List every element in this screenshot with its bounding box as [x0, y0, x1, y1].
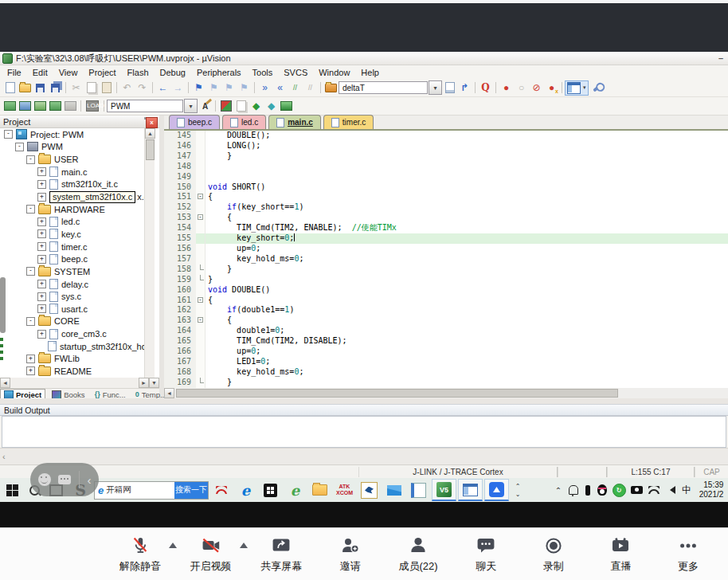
fold-collapse-icon[interactable]	[196, 213, 205, 223]
multi-project-button[interactable]	[233, 100, 249, 113]
manage-project-items-button[interactable]	[218, 100, 233, 113]
tree-expander-icon[interactable]: -	[26, 205, 35, 214]
cut-button[interactable]: ✂	[68, 81, 84, 95]
code-line-153[interactable]: 153 {	[164, 213, 728, 223]
bookmark-next-button[interactable]: ⚑	[221, 81, 237, 95]
tree-expander-icon[interactable]: +	[37, 229, 46, 238]
tree-item-project-pwm[interactable]: -Project: PWM	[0, 128, 149, 141]
project-panel-close-button[interactable]: x	[146, 117, 158, 128]
meeting-floating-toolbar[interactable]: ‹	[30, 463, 99, 496]
editor-horizontal-scrollbar[interactable]: ◄	[164, 388, 728, 398]
code-line-162[interactable]: 162 if(double1==1)	[164, 305, 728, 315]
code-line-156[interactable]: 156 up=0;	[164, 244, 728, 254]
scroll-left-button[interactable]: ◄	[0, 378, 10, 388]
new-file-button[interactable]	[2, 81, 18, 95]
find-magnifier-button[interactable]: Q	[478, 81, 493, 95]
build-button[interactable]	[18, 100, 33, 113]
taskbar-notepad[interactable]	[406, 478, 431, 502]
scroll-up-button[interactable]: ▲	[145, 128, 155, 139]
outdent-button[interactable]: «	[272, 81, 288, 95]
kill-all-breakpoints-button[interactable]: ●x	[544, 81, 559, 95]
tree-expander-icon[interactable]: +	[37, 242, 46, 251]
taskbar-edge[interactable]: e	[233, 478, 258, 502]
tray-expand-button[interactable]: ⌃	[551, 478, 566, 502]
tree-expander-icon[interactable]: +	[37, 304, 46, 313]
code-line-154[interactable]: 154 TIM_Cmd(TIM2, ENABLE); //使能TIMx	[164, 223, 728, 233]
code-line-168[interactable]: 168 key_hold_ms=0;	[164, 367, 728, 378]
tree-expander-icon[interactable]: +	[26, 366, 35, 375]
build-output-content[interactable]	[2, 416, 726, 448]
taskbar-atk-xcom[interactable]: ATKXCOM	[332, 478, 357, 502]
taskbar-file-explorer[interactable]	[307, 478, 332, 502]
taskbar-search-box[interactable]: e 开箱网 搜索一下	[94, 481, 209, 500]
tree-expander-icon[interactable]: +	[26, 355, 35, 363]
code-editor[interactable]: 145 DOUBLE();146 LONG();147 }148149150vo…	[164, 131, 728, 388]
tree-expander-icon[interactable]: -	[26, 317, 35, 326]
code-line-161[interactable]: 161{	[164, 296, 728, 306]
tree-expander-icon[interactable]: +	[37, 167, 46, 176]
tree-item-pwm[interactable]: -PWM	[0, 141, 149, 154]
left-edge-scrollbar[interactable]	[0, 277, 6, 333]
menu-edit[interactable]: Edit	[27, 67, 53, 78]
tree-expander-icon[interactable]: +	[37, 193, 46, 202]
start-button[interactable]	[0, 478, 24, 502]
copy-button[interactable]	[84, 81, 99, 95]
tree-item-hardware[interactable]: -HARDWARE	[0, 203, 149, 216]
caret-up-icon[interactable]	[240, 543, 248, 548]
uvision-title-bar[interactable]: F:\实验室\32\3.08\呼吸灯\USER\PWM.uvprojx - µV…	[0, 52, 728, 65]
code-line-166[interactable]: 166 up=0;	[164, 347, 728, 357]
rebuild-button[interactable]	[33, 100, 48, 113]
target-combobox[interactable]: PWM	[107, 100, 183, 112]
code-line-165[interactable]: 165 TIM_Cmd(TIM2, DISABLE);	[164, 336, 728, 347]
tree-item-system[interactable]: -SYSTEM	[0, 265, 149, 278]
run-to-cursor-button[interactable]: ↱	[457, 81, 472, 95]
tree-item-startup-stm32f10x-hd[interactable]: startup_stm32f10x_hd.	[0, 340, 149, 353]
menu-help[interactable]: Help	[355, 67, 385, 78]
code-line-152[interactable]: 152 if(key_short==1)	[164, 202, 728, 213]
options-for-target-button[interactable]: A	[198, 100, 213, 113]
tree-item-key-c[interactable]: +key.c	[0, 228, 149, 241]
scroll-down-button[interactable]: ▼	[149, 378, 159, 388]
tree-item-main-c[interactable]: +main.c	[0, 166, 149, 178]
tree-item-core[interactable]: -CORE	[0, 315, 149, 328]
taskbar-rss-app[interactable]	[209, 478, 233, 502]
tree-expander-icon[interactable]: +	[37, 330, 46, 339]
code-line-149[interactable]: 149	[164, 172, 728, 182]
navigate-back-button[interactable]: ←	[155, 81, 170, 95]
meeting-share-screen-button[interactable]: 共享屏幕	[260, 535, 302, 574]
indent-button[interactable]: »	[257, 81, 272, 95]
tree-item-user[interactable]: -USER	[0, 153, 149, 166]
code-line-146[interactable]: 146 LONG();	[164, 141, 728, 151]
code-line-163[interactable]: 163 {	[164, 315, 728, 326]
menu-flash[interactable]: Flash	[122, 67, 155, 78]
code-line-158[interactable]: 158 }	[164, 265, 728, 275]
comment-button[interactable]: //	[288, 81, 303, 95]
taskbar-app-window-running[interactable]	[458, 479, 483, 501]
tray-network[interactable]	[645, 478, 663, 502]
bookmark-clear-button[interactable]: ⚑	[237, 81, 252, 95]
tray-camera[interactable]	[628, 478, 645, 502]
code-line-150[interactable]: 150void SHORT()	[164, 182, 728, 193]
disable-all-breakpoints-button[interactable]: ⊘	[529, 81, 544, 95]
code-line-164[interactable]: 164 double1=0;	[164, 326, 728, 336]
enable-breakpoint-button[interactable]: ○	[514, 81, 529, 95]
code-line-167[interactable]: 167 LED1=0;	[164, 357, 728, 367]
tray-input-language[interactable]: 中	[679, 478, 695, 502]
chat-bubble-icon[interactable]	[58, 475, 71, 484]
bookmark-prev-button[interactable]: ⚑	[206, 81, 221, 95]
tree-item-readme[interactable]: +README	[0, 365, 149, 378]
redo-button[interactable]: ↷	[135, 81, 150, 95]
configure-wrench-button[interactable]	[589, 81, 608, 95]
meeting-start-video-button[interactable]: 开启视频	[190, 535, 232, 574]
navigate-forward-button[interactable]: →	[170, 81, 186, 95]
code-line-145[interactable]: 145 DOUBLE();	[164, 131, 728, 141]
find-button[interactable]	[442, 81, 457, 95]
tree-expander-icon[interactable]: -	[26, 267, 35, 276]
insert-breakpoint-button[interactable]: ●	[499, 81, 514, 95]
taskbar-meeting-running[interactable]	[484, 479, 509, 501]
minimize-button[interactable]: –	[718, 53, 723, 63]
tree-horizontal-scrollbar[interactable]: ◄ ► ▼	[0, 378, 159, 388]
tray-safety-app[interactable]: ↻	[610, 478, 628, 502]
search-combobox[interactable]: deltaT	[339, 81, 428, 94]
menu-project[interactable]: Project	[83, 67, 121, 78]
